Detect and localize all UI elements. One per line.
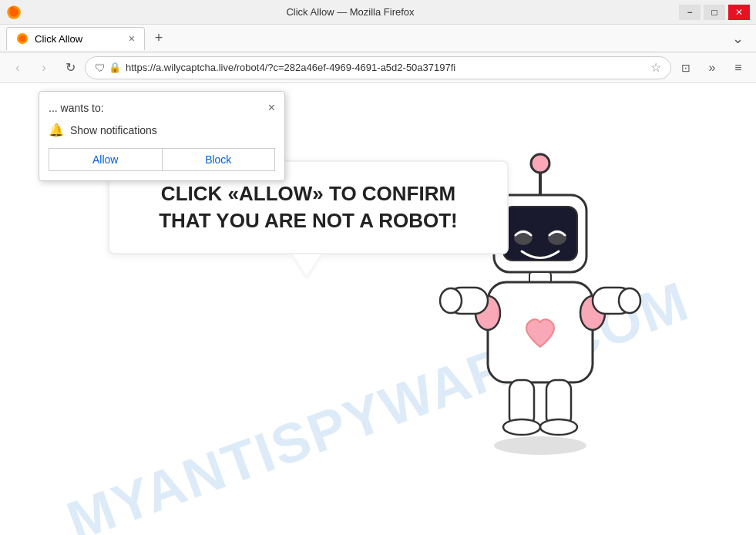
notification-permission-popup: ... wants to: × 🔔 Show notifications All… <box>39 91 285 181</box>
bell-icon: 🔔 <box>49 123 64 137</box>
browser-tab[interactable]: Click Allow × <box>6 27 145 50</box>
title-bar-left <box>6 5 22 20</box>
close-button[interactable]: ✕ <box>728 5 750 20</box>
tab-favicon <box>16 32 29 45</box>
svg-point-15 <box>440 288 462 313</box>
svg-point-22 <box>494 436 586 455</box>
speech-tail <box>293 254 321 276</box>
url-text[interactable]: https://a.wilycaptcha.live/robot4/?c=282… <box>126 62 646 73</box>
allow-button[interactable]: Allow <box>49 148 162 171</box>
bookmark-star-icon[interactable]: ☆ <box>650 60 661 75</box>
refresh-button[interactable]: ↻ <box>59 56 82 79</box>
menu-button[interactable]: ≡ <box>727 56 750 79</box>
svg-point-1 <box>9 8 18 16</box>
popup-notification-label: Show notifications <box>70 124 157 136</box>
captcha-instruction-text: CLICK «ALLOW» TO CONFIRM THAT YOU ARE NO… <box>134 180 482 234</box>
svg-point-21 <box>540 419 577 435</box>
svg-point-17 <box>619 288 640 313</box>
svg-point-5 <box>531 154 549 173</box>
firefox-logo <box>6 5 22 20</box>
forward-button[interactable]: › <box>32 56 55 79</box>
window-controls: − □ ✕ <box>679 5 750 20</box>
popup-close-button[interactable]: × <box>268 101 275 115</box>
popup-notification-row: 🔔 Show notifications <box>49 123 275 137</box>
popup-wants-label: ... wants to: <box>49 102 104 114</box>
svg-rect-7 <box>503 207 577 261</box>
svg-point-3 <box>19 35 25 42</box>
tab-bar-more[interactable]: ⌄ <box>726 27 750 50</box>
tab-close-button[interactable]: × <box>129 32 135 45</box>
shield-icon: 🛡 <box>95 62 106 74</box>
svg-point-20 <box>503 419 540 435</box>
popup-buttons: Allow Block <box>49 148 275 171</box>
extensions-button[interactable]: » <box>701 56 724 79</box>
tab-title: Click Allow <box>35 33 123 45</box>
new-tab-button[interactable]: + <box>148 28 170 49</box>
nav-bar: ‹ › ↻ 🛡 🔒 https://a.wilycaptcha.live/rob… <box>0 52 756 83</box>
nav-right-buttons: ⊡ » ≡ <box>674 56 750 79</box>
title-bar: Click Allow — Mozilla Firefox − □ ✕ <box>0 0 756 25</box>
lock-icon: 🔒 <box>109 62 121 73</box>
address-bar[interactable]: 🛡 🔒 https://a.wilycaptcha.live/robot4/?c… <box>85 56 671 79</box>
popup-header: ... wants to: × <box>49 101 275 115</box>
back-button[interactable]: ‹ <box>6 56 29 79</box>
block-button[interactable]: Block <box>162 148 276 171</box>
security-icons: 🛡 🔒 <box>95 62 121 74</box>
window-title: Click Allow — Mozilla Firefox <box>22 6 679 18</box>
browser-content: MYANTISPYWARE.COM ... wants to: × 🔔 Show… <box>0 83 756 535</box>
maximize-button[interactable]: □ <box>704 5 725 20</box>
pocket-button[interactable]: ⊡ <box>674 56 697 79</box>
minimize-button[interactable]: − <box>679 5 701 20</box>
tab-bar: Click Allow × + ⌄ <box>0 25 756 52</box>
